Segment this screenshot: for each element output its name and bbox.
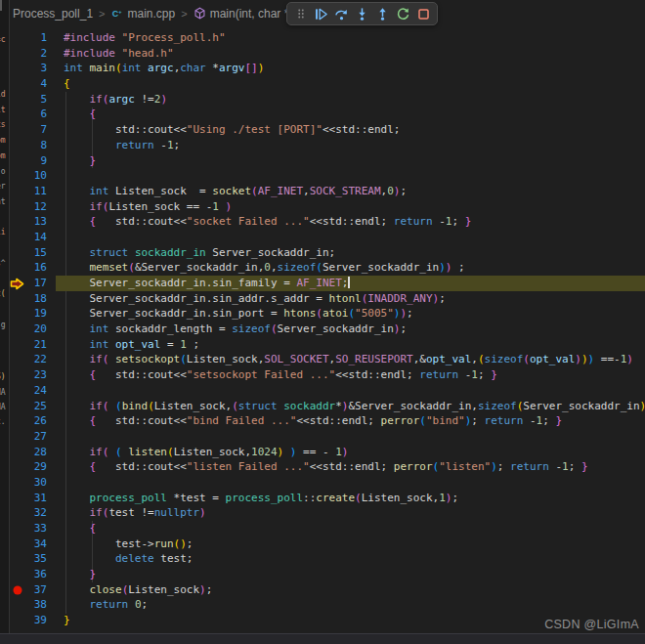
code-line[interactable]: 17 Server_sockaddr_in.sin_family = AF_IN… (10, 276, 645, 291)
line-number[interactable]: 16 (10, 260, 47, 276)
line-number[interactable]: 2 (10, 46, 47, 62)
line-number[interactable]: 38 (10, 597, 47, 613)
line-number[interactable]: 8 (10, 138, 47, 153)
code-line[interactable]: 16 memset(&Server_sockaddr_in,0,sizeof(S… (10, 260, 645, 276)
line-number[interactable]: 5 (10, 92, 47, 107)
line-number[interactable]: 7 (10, 122, 47, 138)
line-number[interactable]: 6 (10, 107, 47, 122)
code-line[interactable]: 23 { std::cout<<"setsockopt Failed ..."<… (10, 367, 645, 383)
code-text: { (47, 107, 645, 122)
line-number[interactable]: 36 (10, 567, 47, 582)
code-text (47, 383, 645, 399)
line-number[interactable]: 9 (10, 153, 47, 169)
debug-current-line-icon[interactable] (10, 278, 24, 290)
code-line[interactable]: 26 { std::cout<<"bind Failed ..."<<std::… (10, 413, 645, 429)
line-number[interactable]: 11 (10, 184, 47, 199)
code-text: { (47, 76, 645, 92)
line-number[interactable]: 1 (10, 30, 47, 46)
line-number[interactable]: 20 (10, 322, 47, 337)
code-text: int opt_val = 1 ; (47, 337, 645, 353)
code-line[interactable]: 30 (10, 475, 645, 491)
step-into-button[interactable] (353, 5, 371, 23)
line-number[interactable]: 26 (10, 413, 47, 429)
breakpoint-icon[interactable] (13, 585, 22, 595)
code-line[interactable]: 7 std::cout<<"Using ./test [PORT]"<<std:… (10, 122, 645, 138)
stop-button[interactable] (414, 5, 433, 23)
code-line[interactable]: 2#include "head.h" (10, 46, 645, 62)
code-line[interactable]: 31 process_poll *test = process_poll::cr… (10, 491, 645, 506)
breadcrumb-item-file[interactable]: C + main.cpp (111, 7, 176, 21)
line-number[interactable]: 10 (10, 168, 47, 184)
code-line[interactable]: 20 int sockaddr_length = sizeof(Server_s… (10, 322, 645, 337)
breadcrumb-item-folder[interactable]: Process_poll_1 (13, 7, 93, 21)
continue-button[interactable] (312, 5, 330, 23)
restart-button[interactable] (394, 5, 412, 23)
code-line[interactable]: 32 if(test !=nullptr) (10, 505, 645, 521)
line-number[interactable]: 15 (10, 245, 47, 261)
step-over-button[interactable] (332, 5, 351, 23)
code-line[interactable]: 9 } (10, 153, 645, 169)
clipped-code-fragment: om (0, 136, 10, 146)
code-line[interactable]: 1#include "Process_poll.h" (10, 30, 645, 46)
line-number[interactable]: 13 (10, 214, 47, 230)
code-line[interactable]: 24 (10, 383, 645, 399)
line-number[interactable]: 35 (10, 551, 47, 567)
code-line[interactable]: 3int main(int argc,char *argv[]) (10, 61, 645, 76)
code-text: if( ( listen(Listen_sock,1024) ) == - 1) (47, 445, 645, 460)
line-number[interactable]: 3 (10, 61, 47, 76)
code-line[interactable]: 33 { (10, 521, 645, 537)
code-area[interactable]: 1#include "Process_poll.h"2#include "hea… (10, 30, 645, 628)
code-text: #include "Process_poll.h" (47, 30, 645, 46)
line-number[interactable]: 34 (10, 537, 47, 552)
toolbar-drag-handle[interactable] (291, 5, 310, 23)
code-text: return 0; (47, 597, 645, 613)
line-number[interactable]: 25 (10, 399, 47, 414)
line-number[interactable]: 24 (10, 383, 47, 399)
left-pane-sliver: =cldltcsomom.oerntlis^t(-gS)NANAc. (0, 0, 10, 644)
line-number[interactable]: 27 (10, 429, 47, 445)
code-line[interactable]: 35 delete test; (10, 551, 645, 567)
line-number[interactable]: 30 (10, 475, 47, 491)
code-line[interactable]: 34 test->run(); (10, 537, 645, 552)
code-line[interactable]: 22 if( setsockopt(Listen_sock,SOL_SOCKET… (10, 352, 645, 367)
code-line[interactable]: 13 { std::cout<<"socket Failed ..."<<std… (10, 214, 645, 230)
line-number[interactable]: 22 (10, 352, 47, 367)
restart-icon (396, 7, 410, 21)
code-line[interactable]: 6 { (10, 107, 645, 122)
code-line[interactable]: 38 return 0; (10, 597, 645, 613)
code-line[interactable]: 37 close(Listen_sock); (10, 582, 645, 598)
code-line[interactable]: 15 struct sockaddr_in Server_sockaddr_in… (10, 245, 645, 261)
line-number[interactable]: 4 (10, 76, 47, 92)
line-number[interactable]: 33 (10, 521, 47, 537)
line-number[interactable]: 19 (10, 306, 47, 322)
line-number[interactable]: 29 (10, 459, 47, 475)
code-line[interactable]: 11 int Listen_sock = socket(AF_INET,SOCK… (10, 184, 645, 199)
code-line[interactable]: 4{ (10, 76, 645, 92)
code-line[interactable]: 36 } (10, 567, 645, 582)
line-number[interactable]: 32 (10, 505, 47, 521)
line-number[interactable]: 31 (10, 491, 47, 506)
code-line[interactable]: 28 if( ( listen(Listen_sock,1024) ) == -… (10, 445, 645, 460)
code-text: Server_sockaddr_in.sin_port = htons(atoi… (47, 306, 645, 322)
line-number[interactable]: 23 (10, 367, 47, 383)
line-number[interactable]: 14 (10, 230, 47, 245)
code-line[interactable]: 19 Server_sockaddr_in.sin_port = htons(a… (10, 306, 645, 322)
code-line[interactable]: 5 if(argc !=2) (10, 92, 645, 107)
code-line[interactable]: 8 return -1; (10, 138, 645, 153)
line-number[interactable]: 21 (10, 337, 47, 353)
code-text: { (47, 521, 645, 537)
line-number[interactable]: 12 (10, 199, 47, 215)
line-number[interactable]: 39 (10, 613, 47, 628)
code-line[interactable]: 18 Server_sockaddr_in.sin_addr.s_addr = … (10, 291, 645, 307)
line-number[interactable]: 18 (10, 291, 47, 307)
code-line[interactable]: 25 if( (bind(Listen_sock,(struct sockadd… (10, 399, 645, 414)
code-line[interactable]: 14 (10, 230, 645, 245)
code-line[interactable]: 27 (10, 429, 645, 445)
line-number[interactable]: 28 (10, 445, 47, 460)
step-out-button[interactable] (373, 5, 392, 23)
clipped-code-fragment: ld (0, 90, 10, 100)
code-line[interactable]: 21 int opt_val = 1 ; (10, 337, 645, 353)
code-line[interactable]: 12 if(Listen_sock == -1 ) (10, 199, 645, 215)
code-line[interactable]: 10 (10, 168, 645, 184)
code-line[interactable]: 29 { std::cout<<"listen Failed ..."<<std… (10, 459, 645, 475)
